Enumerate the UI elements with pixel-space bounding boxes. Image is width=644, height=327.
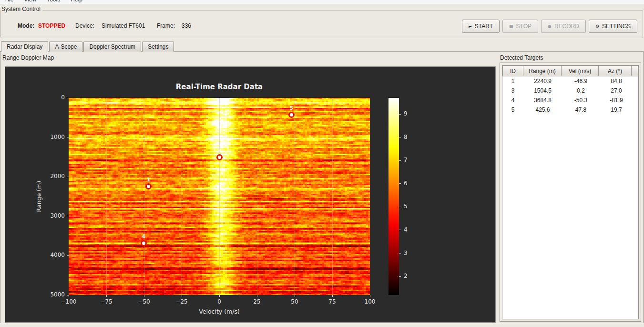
table-cell: 3684.8 <box>523 95 562 105</box>
colorbar-tick-label: 7 <box>404 157 408 163</box>
system-control-group-title: System Control <box>1 6 42 12</box>
column-header-range-m[interactable]: Range (m) <box>523 65 562 76</box>
tab-a-scope[interactable]: A-Scope <box>49 42 82 52</box>
radar-app-window: FileViewToolsHelp System Control Mode: S… <box>0 0 644 327</box>
column-header-filler <box>631 65 638 76</box>
tab-radar-display[interactable]: Radar Display <box>1 41 48 52</box>
x-tick-label: 50 <box>283 298 307 305</box>
target-marker-label: 1 <box>145 177 153 183</box>
record-icon: ● <box>548 24 552 29</box>
table-row[interactable]: 5425.647.819.7 <box>502 105 638 115</box>
detected-targets-table: IDRange (m)Vel (m/s)Az (°) 12240.9-46.98… <box>502 65 639 319</box>
range-doppler-heatmap <box>69 98 370 295</box>
column-header-vel-m-s[interactable]: Vel (m/s) <box>561 65 599 76</box>
range-doppler-map-title: Range-Doppler Map <box>2 54 56 61</box>
toolbar-buttons: ►START■STOP●RECORD⚙SETTINGS <box>462 20 637 33</box>
play-icon: ► <box>469 24 472 29</box>
table-cell: 425.6 <box>523 105 562 115</box>
device-label: Device: <box>75 22 94 29</box>
x-tick-label: −75 <box>94 298 118 305</box>
x-tick-label: 100 <box>358 298 382 305</box>
gear-icon: ⚙ <box>595 24 599 29</box>
colorbar-tick-label: 6 <box>404 180 408 187</box>
x-axis-label: Velocity (m/s) <box>69 308 370 315</box>
colorbar <box>388 98 399 295</box>
detected-targets-frame: IDRange (m)Vel (m/s)Az (°) 12240.9-46.98… <box>500 63 641 322</box>
colorbar-tick-label: 3 <box>404 250 408 256</box>
plot-title: Real-Time Radar Data <box>69 83 370 91</box>
table-cell: 19.7 <box>600 105 633 115</box>
x-tick-mark <box>219 295 220 297</box>
stop-icon: ■ <box>509 24 513 29</box>
x-tick-label: 25 <box>245 298 269 305</box>
target-marker-label: 3 <box>216 148 224 154</box>
colorbar-tick-mark <box>399 183 401 184</box>
y-tick-mark <box>67 255 69 256</box>
y-tick-mark <box>67 137 69 137</box>
stop-button-label: STOP <box>516 23 532 30</box>
table-row[interactable]: 43684.8-50.3-81.9 <box>502 95 638 105</box>
colorbar-tick-mark <box>399 230 401 230</box>
table-row[interactable]: 12240.9-46.984.8 <box>502 76 638 86</box>
frame-label: Frame: <box>157 22 175 29</box>
x-tick-mark <box>370 295 370 297</box>
device-value: Simulated FT601 <box>102 22 145 29</box>
x-tick-label: −100 <box>57 298 81 305</box>
colorbar-tick-mark <box>399 207 401 207</box>
tab-doppler-spectrum[interactable]: Doppler Spectrum <box>83 42 141 52</box>
table-cell: 84.8 <box>600 76 633 86</box>
x-tick-mark <box>295 295 295 297</box>
y-tick-label: 4000 <box>36 252 65 258</box>
x-tick-mark <box>257 295 257 297</box>
menu-item-view[interactable]: View <box>22 0 38 3</box>
settings-button-label: SETTINGS <box>602 23 631 30</box>
x-tick-mark <box>144 295 144 297</box>
colorbar-tick-label: 5 <box>404 203 408 210</box>
target-marker-3 <box>216 154 223 160</box>
x-tick-mark <box>106 295 107 297</box>
colorbar-tick-mark <box>399 253 401 253</box>
x-tick-mark <box>332 295 333 297</box>
table-cell: -46.9 <box>562 76 600 86</box>
colorbar-tick-mark <box>399 137 401 137</box>
table-cell: -81.9 <box>600 95 633 105</box>
y-tick-mark <box>67 295 69 295</box>
target-marker-4 <box>141 240 147 246</box>
table-row[interactable]: 31504.50.227.0 <box>502 86 638 95</box>
x-tick-mark <box>182 295 182 297</box>
target-marker-label: 4 <box>140 233 147 240</box>
target-marker-1 <box>145 183 152 190</box>
x-tick-label: 0 <box>207 298 231 305</box>
menu-items: FileViewToolsHelp <box>2 0 84 3</box>
target-marker-5 <box>288 112 295 118</box>
tab-settings[interactable]: Settings <box>142 42 174 52</box>
y-tick-label: 5000 <box>36 291 65 298</box>
colorbar-tick-mark <box>399 114 401 115</box>
x-tick-label: −25 <box>170 298 194 305</box>
colorbar-tick-label: 4 <box>404 226 408 233</box>
colorbar-tick-mark <box>399 160 401 161</box>
menu-item-tools[interactable]: Tools <box>45 0 62 3</box>
table-body: 12240.9-46.984.831504.50.227.043684.8-50… <box>502 76 638 115</box>
detected-targets-title: Detected Targets <box>500 54 545 61</box>
table-cell: 47.8 <box>562 105 600 115</box>
y-tick-mark <box>67 177 69 177</box>
menu-item-help[interactable]: Help <box>69 0 84 3</box>
column-header-az[interactable]: Az (°) <box>598 65 632 76</box>
menu-bar: FileViewToolsHelp <box>0 0 644 4</box>
record-button-label: RECORD <box>554 23 579 30</box>
column-header-id[interactable]: ID <box>502 65 523 76</box>
menu-item-file[interactable]: File <box>2 0 15 3</box>
mode-value: STOPPED <box>38 22 65 29</box>
table-cell: 4 <box>502 95 523 105</box>
y-tick-mark <box>67 216 69 216</box>
record-button[interactable]: ●RECORD <box>541 20 586 33</box>
stop-button[interactable]: ■STOP <box>502 20 538 33</box>
table-cell: -50.3 <box>562 95 600 105</box>
start-button[interactable]: ►START <box>462 20 500 33</box>
y-tick-label: 0 <box>36 94 65 101</box>
y-tick-mark <box>67 98 69 98</box>
table-header-row: IDRange (m)Vel (m/s)Az (°) <box>502 65 638 76</box>
settings-button[interactable]: ⚙SETTINGS <box>589 20 637 33</box>
range-doppler-plot: Real-Time Radar Data Velocity (m/s) Rang… <box>5 66 496 323</box>
